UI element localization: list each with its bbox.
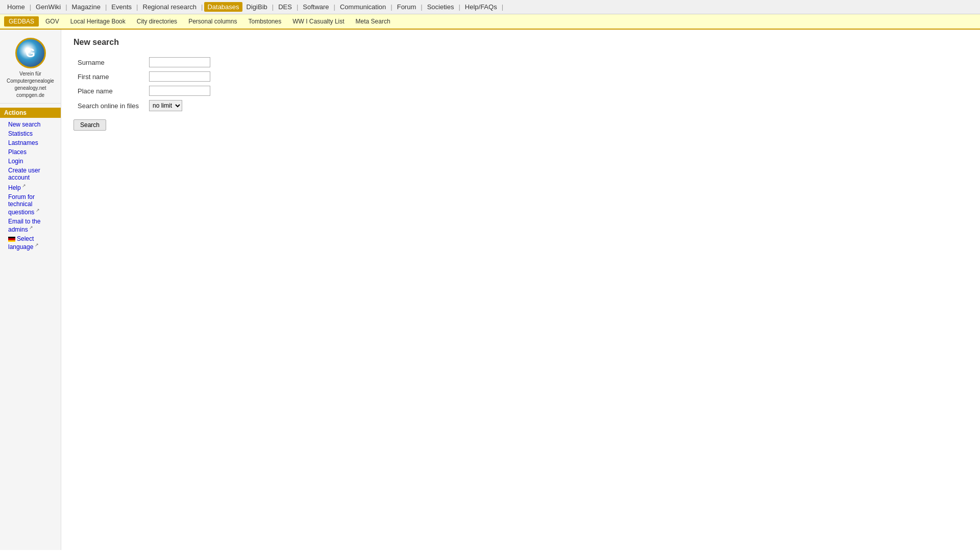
- top-nav-item-databases[interactable]: Databases: [204, 2, 242, 12]
- firstname-row: First name: [74, 69, 214, 84]
- sub-nav-item-ww-i-casualty-list[interactable]: WW I Casualty List: [288, 16, 349, 27]
- sidebar-logo: G Verein für Computergenealogie genealog…: [0, 34, 61, 104]
- search-online-label: Search online in files: [74, 98, 145, 113]
- sub-nav-item-city-directories[interactable]: City directories: [132, 16, 182, 27]
- top-nav-item-genwiki[interactable]: GenWiki: [33, 2, 64, 12]
- sub-nav-item-tombstones[interactable]: Tombstones: [244, 16, 286, 27]
- nav-separator: |: [65, 3, 67, 11]
- main-layout: G Verein für Computergenealogie genealog…: [0, 30, 980, 550]
- nav-separator: |: [421, 3, 422, 11]
- top-nav-item-software[interactable]: Software: [300, 2, 332, 12]
- sub-nav-item-gov[interactable]: GOV: [41, 16, 64, 27]
- top-nav-item-societies[interactable]: Societies: [424, 2, 457, 12]
- search-button[interactable]: Search: [74, 119, 106, 131]
- top-nav-item-regional-research[interactable]: Regional research: [140, 2, 200, 12]
- external-link-icon: ↗: [21, 183, 27, 188]
- surname-row: Surname: [74, 55, 214, 69]
- sidebar-section-title: Actions: [0, 108, 61, 118]
- top-nav-item-forum[interactable]: Forum: [394, 2, 420, 12]
- placename-input[interactable]: [149, 86, 210, 96]
- sidebar-link-select-language[interactable]: Select language ↗: [0, 234, 61, 252]
- sub-nav-item-personal-columns[interactable]: Personal columns: [184, 16, 241, 27]
- nav-separator: |: [201, 3, 203, 11]
- german-flag-icon: [8, 237, 15, 242]
- top-nav-item-magazine[interactable]: Magazine: [69, 2, 104, 12]
- sidebar-links: New searchStatisticsLastnamesPlacesLogin…: [0, 120, 61, 252]
- nav-separator: |: [272, 3, 274, 11]
- logo-text: Verein für Computergenealogie genealogy.…: [4, 70, 57, 99]
- placename-row: Place name: [74, 84, 214, 98]
- nav-separator: |: [334, 3, 335, 11]
- nav-separator: |: [458, 3, 460, 11]
- top-nav-item-help-faqs[interactable]: Help/FAQs: [462, 2, 500, 12]
- nav-separator: |: [297, 3, 298, 11]
- logo-line1: Verein für: [4, 70, 57, 78]
- search-form: Surname First name Place name Search onl…: [74, 55, 214, 113]
- logo-circle: G: [15, 38, 46, 68]
- external-link-icon: ↗: [28, 225, 34, 230]
- nav-separator: |: [390, 3, 392, 11]
- main-content: New search Surname First name Place name: [61, 30, 980, 550]
- sub-nav-item-meta-search[interactable]: Meta Search: [351, 16, 395, 27]
- nav-separator: |: [105, 3, 107, 11]
- top-nav-item-digibib[interactable]: DigiBib: [243, 2, 271, 12]
- search-online-row: Search online in files no limit: [74, 98, 214, 113]
- firstname-label: First name: [74, 69, 145, 84]
- top-navigation: Home|GenWiki|Magazine|Events|Regional re…: [0, 0, 980, 14]
- top-nav-item-home[interactable]: Home: [4, 2, 28, 12]
- sidebar-link-statistics[interactable]: Statistics: [0, 129, 61, 138]
- logo-line4: compgen.de: [4, 92, 57, 99]
- nav-separator: |: [136, 3, 138, 11]
- external-link-icon: ↗: [33, 242, 39, 247]
- surname-input[interactable]: [149, 57, 210, 67]
- top-nav-item-events[interactable]: Events: [108, 2, 135, 12]
- sub-nav-item-gedbas[interactable]: GEDBAS: [4, 16, 39, 27]
- sub-navigation: GEDBASGOVLocal Heritage BookCity directo…: [0, 14, 980, 30]
- nav-separator: |: [30, 3, 31, 11]
- sidebar-link-new-search[interactable]: New search: [0, 120, 61, 129]
- page-title: New search: [74, 38, 968, 47]
- placename-label: Place name: [74, 84, 145, 98]
- logo-line2: Computergenealogie: [4, 78, 57, 85]
- external-link-icon: ↗: [34, 208, 40, 213]
- sidebar: G Verein für Computergenealogie genealog…: [0, 30, 61, 550]
- nav-separator: |: [502, 3, 503, 11]
- logo-line3: genealogy.net: [4, 85, 57, 92]
- sub-nav-item-local-heritage-book[interactable]: Local Heritage Book: [66, 16, 130, 27]
- top-nav-item-communication[interactable]: Communication: [337, 2, 389, 12]
- sidebar-link-email-to-the-admins[interactable]: Email to the admins ↗: [0, 217, 61, 234]
- search-online-select[interactable]: no limit: [149, 100, 182, 111]
- firstname-input[interactable]: [149, 71, 210, 82]
- top-nav-item-des[interactable]: DES: [275, 2, 295, 12]
- surname-label: Surname: [74, 55, 145, 69]
- sidebar-link-forum-for-technical-questions[interactable]: Forum for technical questions ↗: [0, 192, 61, 217]
- sidebar-link-create-user-account[interactable]: Create user account: [0, 166, 61, 182]
- sidebar-link-lastnames[interactable]: Lastnames: [0, 138, 61, 147]
- sidebar-link-login[interactable]: Login: [0, 157, 61, 166]
- sidebar-link-places[interactable]: Places: [0, 147, 61, 157]
- sidebar-link-help[interactable]: Help ↗: [0, 182, 61, 192]
